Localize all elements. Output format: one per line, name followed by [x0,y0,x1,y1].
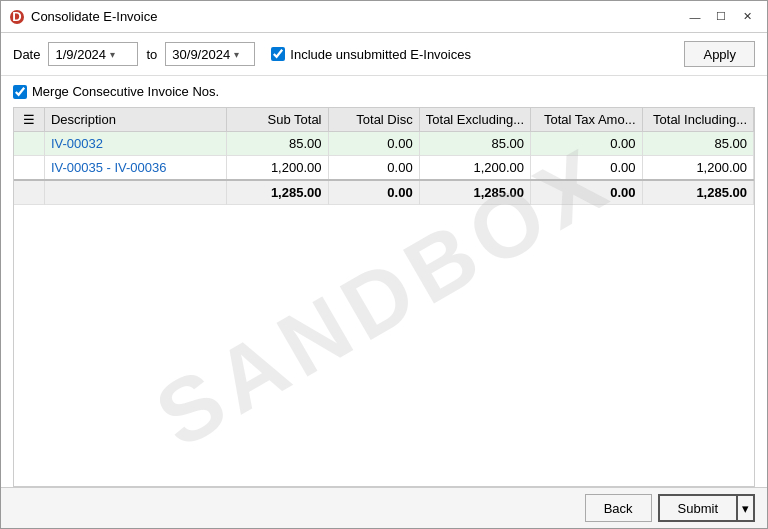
submit-dropdown-icon: ▾ [742,501,749,516]
footer-total-incl: 1,285.00 [642,180,754,205]
date-from-value: 1/9/2024 [55,47,106,62]
merge-row: Merge Consecutive Invoice Nos. [13,84,755,99]
col-header-sub-total: Sub Total [227,108,328,132]
footer-total-disc: 0.00 [328,180,419,205]
maximize-button[interactable]: ☐ [709,7,733,27]
include-unsubmitted-label: Include unsubmitted E-Invoices [290,47,471,62]
col-header-total-disc: Total Disc [328,108,419,132]
table-footer-row: 1,285.000.001,285.000.001,285.00 [14,180,754,205]
title-bar: D Consolidate E-Invoice — ☐ ✕ [1,1,767,33]
cell-sel [14,132,44,156]
cell-total-excl: 85.00 [419,132,530,156]
cell-description[interactable]: IV-00032 [44,132,226,156]
window-controls: — ☐ ✕ [683,7,759,27]
submit-dropdown-button[interactable]: ▾ [736,494,755,522]
cell-total-disc: 0.00 [328,132,419,156]
date-from-picker[interactable]: 1/9/2024 ▾ [48,42,138,66]
cell-total-disc: 0.00 [328,156,419,181]
main-window: D Consolidate E-Invoice — ☐ ✕ Date 1/9/2… [0,0,768,529]
submit-group: Submit ▾ [658,494,755,522]
table-header-row: ☰ Description Sub Total Total Disc Total… [14,108,754,132]
cell-sel [14,156,44,181]
col-header-total-incl: Total Including... [642,108,754,132]
cell-total-incl: 1,200.00 [642,156,754,181]
table-row: IV-0003285.000.0085.000.0085.00 [14,132,754,156]
cell-description[interactable]: IV-00035 - IV-00036 [44,156,226,181]
cell-total-tax: 0.00 [531,132,642,156]
app-icon: D [9,9,25,25]
cell-total-tax: 0.00 [531,156,642,181]
merge-consecutive-checkbox[interactable] [13,85,27,99]
to-label: to [146,47,157,62]
toolbar: Date 1/9/2024 ▾ to 30/9/2024 ▾ Include u… [1,33,767,76]
apply-button[interactable]: Apply [684,41,755,67]
date-from-chevron-icon: ▾ [110,49,115,60]
col-header-description: Description [44,108,226,132]
date-to-value: 30/9/2024 [172,47,230,62]
cell-total-incl: 85.00 [642,132,754,156]
include-unsubmitted-group: Include unsubmitted E-Invoices [271,47,471,62]
back-button[interactable]: Back [585,494,652,522]
col-header-sel: ☰ [14,108,44,132]
date-to-picker[interactable]: 30/9/2024 ▾ [165,42,255,66]
merge-consecutive-label: Merge Consecutive Invoice Nos. [32,84,219,99]
col-header-total-tax: Total Tax Amo... [531,108,642,132]
footer-total-tax: 0.00 [531,180,642,205]
cell-total-excl: 1,200.00 [419,156,530,181]
bottom-bar: Back Submit ▾ [1,487,767,528]
content-area: Merge Consecutive Invoice Nos. SANDBOX ☰… [1,76,767,487]
footer-sub-total: 1,285.00 [227,180,328,205]
cell-sub-total: 1,200.00 [227,156,328,181]
window-title: Consolidate E-Invoice [31,9,683,24]
date-label: Date [13,47,40,62]
include-unsubmitted-checkbox[interactable] [271,47,285,61]
col-header-total-excl: Total Excluding... [419,108,530,132]
close-button[interactable]: ✕ [735,7,759,27]
table-row: IV-00035 - IV-000361,200.000.001,200.000… [14,156,754,181]
date-to-chevron-icon: ▾ [234,49,239,60]
submit-button[interactable]: Submit [658,494,736,522]
svg-text:D: D [12,9,21,24]
footer-total-excl: 1,285.00 [419,180,530,205]
invoice-table: ☰ Description Sub Total Total Disc Total… [14,108,754,205]
cell-sub-total: 85.00 [227,132,328,156]
minimize-button[interactable]: — [683,7,707,27]
invoice-table-wrapper: SANDBOX ☰ Description Sub Total Total Di… [13,107,755,487]
